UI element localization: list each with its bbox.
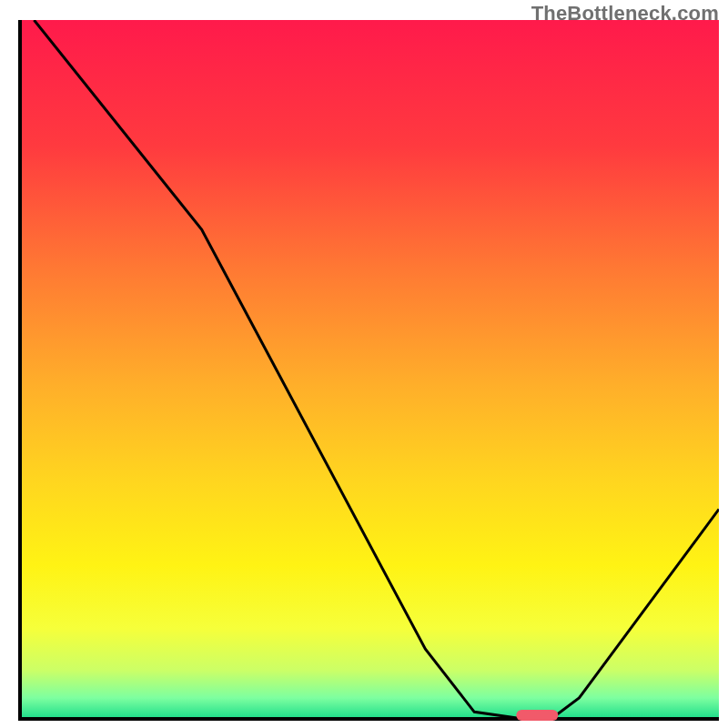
bottleneck-chart: TheBottleneck.com: [0, 0, 728, 728]
watermark-text: TheBottleneck.com: [531, 2, 719, 25]
heatmap-background: [20, 20, 719, 719]
optimal-zone-marker: [516, 710, 558, 721]
chart-svg: [0, 0, 728, 728]
